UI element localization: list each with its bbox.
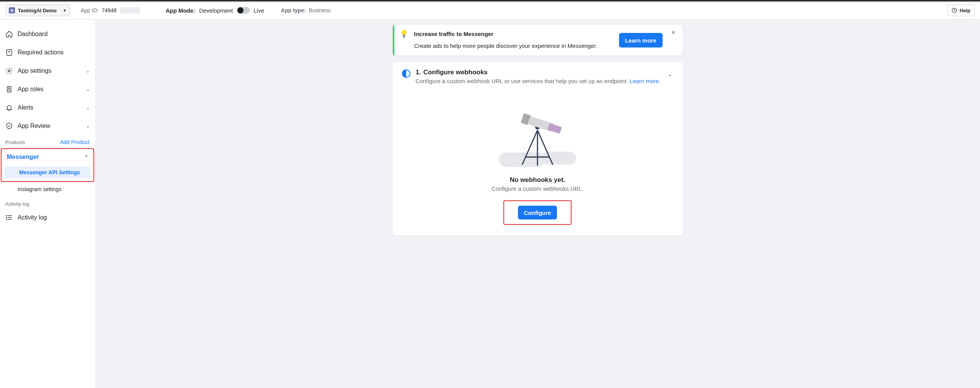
sidebar-product-messenger[interactable]: Messenger ⌃: [2, 149, 93, 165]
sidebar-item-label: App roles: [18, 86, 82, 93]
sidebar-activity-heading: Activity log: [0, 196, 95, 208]
svg-point-3: [8, 70, 10, 72]
roles-icon: [5, 85, 13, 93]
app-type-value: Business: [309, 7, 331, 13]
app-type-block: App type: Business: [281, 7, 330, 13]
help-button-label: Help: [960, 8, 970, 13]
banner-learn-more-button[interactable]: Learn more: [619, 33, 663, 47]
sidebar-products-header: Products Add Product: [0, 135, 95, 148]
telescope-illustration: [501, 103, 574, 169]
sidebar-item-label: App settings: [18, 67, 82, 74]
webhooks-learn-more-link[interactable]: Learn more: [629, 78, 659, 84]
banner-subtitle: Create ads to help more people discover …: [414, 43, 610, 49]
sidebar-item-label: Alerts: [18, 104, 82, 111]
svg-point-8: [7, 219, 7, 220]
app-mode-toggle[interactable]: [237, 7, 250, 14]
webhooks-desc-text: Configure a custom webhook URL or use se…: [416, 78, 630, 84]
empty-subtitle: Configure a custom webhooks URL.: [492, 185, 583, 192]
sidebar: Dashboard Required actions App settings …: [0, 20, 95, 388]
gear-icon: [5, 67, 13, 75]
sidebar-item-dashboard[interactable]: Dashboard: [0, 25, 95, 43]
app-selector[interactable]: ✻ TaskingAI Demo ▼: [5, 5, 70, 16]
app-id-value: 74948: [102, 7, 117, 13]
configure-button-label: Configure: [524, 210, 551, 216]
webhooks-desc: Configure a custom webhook URL or use se…: [416, 78, 661, 84]
svg-line-10: [537, 130, 553, 165]
step-title-text: Configure webhooks: [423, 69, 488, 76]
app-id-masked: [120, 7, 140, 13]
sidebar-item-label: App Review: [18, 123, 82, 129]
svg-rect-16: [547, 123, 562, 134]
svg-line-9: [522, 130, 537, 165]
chevron-down-icon: ⌄: [86, 87, 90, 92]
svg-rect-2: [7, 50, 11, 56]
svg-point-6: [7, 215, 7, 216]
bell-icon: [5, 104, 13, 111]
app-brand-icon: ✻: [9, 7, 15, 13]
chevron-up-icon: ⌃: [85, 155, 88, 160]
add-product-link[interactable]: Add Product: [60, 139, 90, 145]
checklist-icon: [5, 49, 13, 56]
list-icon: [5, 214, 13, 221]
sidebar-messenger-highlight: Messenger ⌃ Messenger API Settings: [1, 148, 94, 182]
sidebar-item-app-roles[interactable]: App roles ⌄: [0, 80, 95, 98]
sidebar-product-label: Messenger: [7, 154, 39, 160]
sidebar-item-label: Required actions: [18, 49, 90, 56]
configure-button[interactable]: Configure: [518, 206, 557, 219]
chevron-down-icon: ⌄: [86, 124, 90, 129]
app-header: ✻ TaskingAI Demo ▼ App ID: 74948 App Mod…: [0, 2, 980, 20]
traffic-banner: 💡 Increase traffic to Messenger Create a…: [393, 25, 683, 56]
step-number: 1.: [416, 69, 421, 76]
sidebar-sub-instagram-settings[interactable]: Instagram settings: [3, 183, 92, 195]
svg-point-5: [8, 88, 10, 89]
empty-title: No webhooks yet.: [510, 176, 565, 184]
app-mode-dev: Development: [199, 7, 233, 14]
app-id-label: App ID:: [81, 7, 99, 13]
sidebar-section-label: Products: [5, 139, 25, 145]
configure-highlight: Configure: [503, 200, 572, 225]
svg-point-7: [7, 217, 7, 218]
webhooks-empty-state: No webhooks yet. Configure a custom webh…: [402, 103, 673, 225]
app-selector-name: TaskingAI Demo: [18, 8, 60, 13]
main-content: 💡 Increase traffic to Messenger Create a…: [95, 20, 980, 388]
shield-check-icon: [5, 122, 13, 130]
chevron-down-icon: ⌄: [86, 105, 90, 110]
sidebar-item-app-settings[interactable]: App settings ⌄: [0, 62, 95, 80]
sidebar-sub-label: Instagram settings: [18, 186, 61, 192]
banner-cta-label: Learn more: [625, 37, 657, 44]
sidebar-item-app-review[interactable]: App Review ⌄: [0, 117, 95, 135]
lightbulb-icon: 💡: [400, 29, 408, 38]
sidebar-item-alerts[interactable]: Alerts ⌄: [0, 98, 95, 117]
sidebar-item-label: Dashboard: [18, 31, 90, 38]
webhooks-card: 1. Configure webhooks Configure a custom…: [393, 62, 683, 236]
svg-point-1: [954, 11, 954, 12]
chevron-down-icon: ⌄: [86, 69, 90, 74]
banner-title: Increase traffic to Messenger: [414, 31, 610, 37]
webhooks-title: 1. Configure webhooks: [416, 69, 661, 76]
svg-rect-4: [7, 87, 11, 92]
sidebar-sub-messenger-api[interactable]: Messenger API Settings: [5, 167, 90, 178]
help-icon: [951, 7, 957, 13]
close-icon[interactable]: ✕: [670, 29, 677, 36]
sidebar-sub-label: Messenger API Settings: [19, 169, 80, 175]
app-mode-label: App Mode:: [166, 7, 195, 14]
sidebar-item-required-actions[interactable]: Required actions: [0, 43, 95, 62]
sidebar-item-activity-log[interactable]: Activity log: [0, 208, 95, 227]
app-mode-block: App Mode: Development Live: [166, 7, 264, 14]
sidebar-item-label: Activity log: [18, 214, 90, 221]
help-button[interactable]: Help: [947, 5, 975, 16]
chevron-down-icon: ▼: [63, 8, 67, 13]
home-icon: [5, 30, 13, 38]
collapse-section-icon[interactable]: ⌃: [666, 72, 673, 81]
app-type-label: App type:: [281, 7, 306, 13]
app-mode-live: Live: [254, 7, 265, 14]
step-progress-icon: [402, 69, 410, 78]
app-id-block: App ID: 74948: [81, 7, 140, 13]
